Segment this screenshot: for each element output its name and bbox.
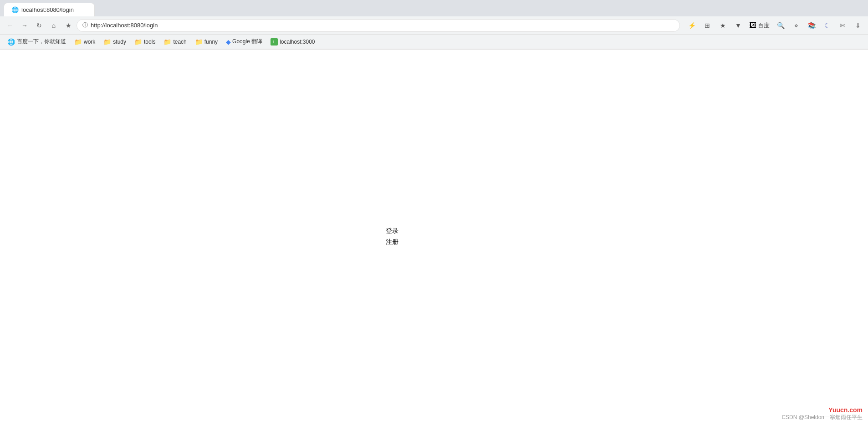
star-icon: ★ (720, 22, 726, 29)
bookmark-tools-label: tools (144, 39, 155, 45)
bookmark-work[interactable]: 📁 work (71, 36, 99, 47)
lock-icon: ⓘ (82, 21, 88, 29)
folder-icon: 📁 (74, 38, 82, 46)
bookmarks-bar: 🌐 百度一下，你就知道 📁 work 📁 study 📁 tools 📁 tea… (0, 35, 868, 49)
bookmark-work-label: work (84, 39, 95, 45)
active-tab[interactable]: 🌐 localhost:8080/login (4, 3, 95, 16)
scissors-button[interactable]: ✄ (836, 19, 849, 32)
pdf-icon: 📚 (808, 22, 816, 29)
yuucn-text: Yuucn.com (781, 406, 863, 414)
watermark: Yuucn.com CSDN @Sheldon一寒烟雨任平生 (781, 406, 863, 421)
search-button[interactable]: 🔍 (774, 19, 787, 32)
bookmark-localhost[interactable]: L localhost:3000 (267, 36, 318, 47)
tab-bar: 🌐 localhost:8080/login (0, 0, 868, 16)
lightning-button[interactable]: ⚡ (685, 19, 698, 32)
forward-button[interactable]: → (18, 19, 31, 32)
tab-favicon: 🌐 (11, 6, 19, 13)
bookmark-google-translate[interactable]: ◆ Google 翻译 (222, 36, 266, 47)
google-translate-label: Google 翻译 (232, 38, 262, 46)
refresh-button[interactable]: ↻ (33, 19, 46, 32)
home-button[interactable]: ⌂ (47, 19, 60, 32)
bookmark-study[interactable]: 📁 study (100, 36, 130, 47)
address-bar[interactable]: ⓘ http://localhost:8080/login (77, 19, 680, 32)
google-translate-icon: ◆ (226, 38, 231, 46)
grid-icon: ⊞ (705, 22, 710, 29)
baidu-bookmark-icon: 🌐 (7, 38, 15, 46)
tab-title: localhost:8080/login (21, 6, 74, 13)
bookmark-baidu[interactable]: 🌐 百度一下，你就知道 (4, 36, 70, 47)
back-button[interactable]: ← (4, 19, 16, 32)
back-alt-button[interactable]: ★ (62, 19, 75, 32)
moon-icon: ☾ (824, 22, 830, 29)
auth-links: 登录 注册 (386, 227, 398, 246)
apps-button[interactable]: ⋄ (790, 19, 802, 32)
folder-icon: 📁 (163, 38, 171, 46)
localhost-icon: L (271, 38, 278, 46)
pdf-button[interactable]: 📚 (805, 19, 818, 32)
localhost-label: localhost:3000 (280, 39, 315, 45)
bookmark-study-label: study (113, 39, 126, 45)
csdn-text: CSDN @Sheldon一寒烟雨任平生 (781, 414, 863, 421)
search-icon: 🔍 (777, 22, 785, 29)
bookmark-teach[interactable]: 📁 teach (160, 36, 190, 47)
bookmark-funny[interactable]: 📁 funny (191, 36, 221, 47)
folder-icon: 📁 (103, 38, 111, 46)
apps-icon: ⋄ (794, 22, 798, 29)
nav-bar: ← → ↻ ⌂ ★ ⓘ http://localhost:8080/login … (0, 16, 868, 35)
moon-button[interactable]: ☾ (821, 19, 833, 32)
folder-icon: 📁 (134, 38, 142, 46)
grid-button[interactable]: ⊞ (701, 19, 714, 32)
register-link[interactable]: 注册 (386, 238, 398, 246)
chevron-down-icon: ▼ (735, 22, 741, 29)
baidu-widget: 🖼 百度 (747, 21, 771, 30)
star-button[interactable]: ★ (716, 19, 729, 32)
page-content: 登录 注册 (0, 50, 868, 425)
download-icon: ⇓ (855, 22, 861, 29)
chevron-button[interactable]: ▼ (732, 19, 745, 32)
bookmark-funny-label: funny (204, 39, 218, 45)
lightning-icon: ⚡ (688, 22, 696, 29)
baidu-bookmark-label: 百度一下，你就知道 (17, 38, 66, 46)
scissors-icon: ✄ (840, 22, 845, 29)
baidu-label: 百度 (758, 21, 770, 30)
folder-icon: 📁 (195, 38, 203, 46)
login-link[interactable]: 登录 (386, 227, 398, 235)
bookmark-teach-label: teach (173, 39, 186, 45)
bookmark-tools[interactable]: 📁 tools (131, 36, 159, 47)
baidu-image-icon: 🖼 (749, 21, 756, 30)
nav-right: ⚡ ⊞ ★ ▼ 🖼 百度 🔍 ⋄ 📚 (685, 19, 864, 32)
download-button[interactable]: ⇓ (852, 19, 864, 32)
url-text: http://localhost:8080/login (91, 22, 158, 29)
